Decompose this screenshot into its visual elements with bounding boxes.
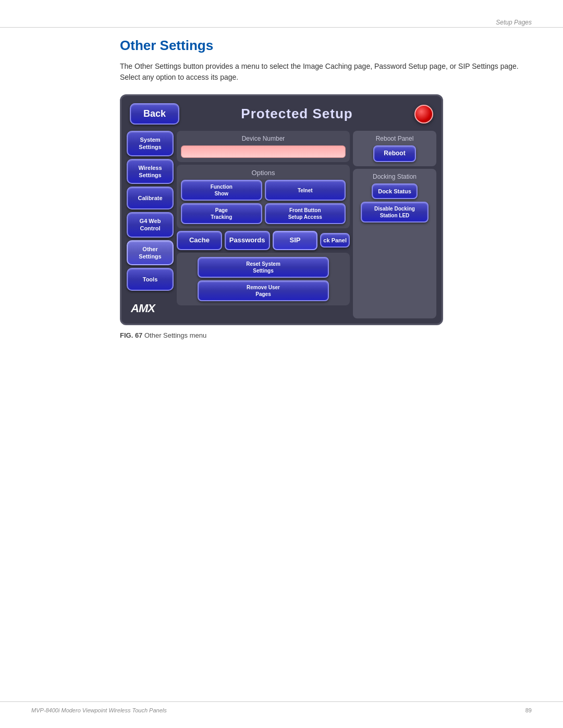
panel-center: Device Number Options FunctionShow Telne… (177, 131, 350, 318)
footer-left: MVP-8400i Modero Viewpoint Wireless Touc… (31, 707, 167, 713)
bottom-rule (0, 701, 563, 702)
options-section: Options FunctionShow Telnet PageTracking… (177, 165, 350, 228)
function-show-button[interactable]: FunctionShow (181, 180, 262, 201)
footer-right: 89 (525, 707, 532, 713)
panel-title: Protected Setup (179, 106, 414, 122)
dock-status-button[interactable]: Dock Status (372, 183, 418, 199)
device-number-section: Device Number (177, 131, 350, 162)
fig-number: FIG. 67 (120, 331, 142, 339)
reset-system-button[interactable]: Reset SystemSettings (198, 257, 329, 278)
panel-body: SystemSettings WirelessSettings Calibrat… (127, 131, 436, 318)
caption-text: Other Settings menu (144, 331, 206, 339)
passwords-button[interactable]: Passwords (225, 231, 270, 250)
disable-docking-button[interactable]: Disable DockingStation LED (361, 202, 429, 223)
nav-calibrate[interactable]: Calibrate (127, 187, 174, 209)
ck-panel-partial[interactable]: ck Panel (320, 233, 350, 248)
device-number-label: Device Number (181, 135, 346, 142)
ui-panel: Back Protected Setup SystemSettings Wire… (120, 94, 443, 325)
nav-g4-web-control[interactable]: G4 WebControl (127, 212, 174, 238)
sip-button[interactable]: SIP (273, 231, 318, 250)
front-button-setup[interactable]: Front ButtonSetup Access (265, 203, 346, 224)
telnet-button[interactable]: Telnet (265, 180, 346, 201)
nav-tools[interactable]: Tools (127, 268, 174, 291)
reset-remove-section: Reset SystemSettings Remove UserPages (177, 253, 350, 305)
amx-logo: AMX (131, 302, 155, 315)
content-area: Other Settings The Other Settings button… (120, 38, 532, 350)
options-grid: FunctionShow Telnet PageTracking Front B… (181, 180, 346, 224)
cache-pwd-sip-row: Cache Passwords SIP ck Panel (177, 231, 350, 250)
docking-station-label: Docking Station (357, 173, 432, 180)
nav-wireless-settings[interactable]: WirelessSettings (127, 159, 174, 184)
page-title: Other Settings (120, 38, 532, 54)
nav-system-settings[interactable]: SystemSettings (127, 131, 174, 156)
page-description: The Other Settings button provides a men… (120, 61, 532, 83)
reboot-panel-label: Reboot Panel (357, 135, 432, 142)
cache-button[interactable]: Cache (177, 231, 222, 250)
setup-pages-label: Setup Pages (496, 19, 532, 26)
top-rule (0, 27, 563, 28)
nav-other-settings[interactable]: OtherSettings (127, 240, 174, 266)
panel-header: Back Protected Setup (127, 101, 436, 127)
page-tracking-button[interactable]: PageTracking (181, 203, 262, 224)
amx-logo-area: AMX (127, 293, 174, 318)
panel-right: Reboot Panel Reboot Docking Station Dock… (353, 131, 436, 318)
docking-section: Docking Station Dock Status Disable Dock… (353, 169, 436, 319)
device-number-input[interactable] (181, 145, 346, 158)
reboot-section: Reboot Panel Reboot (353, 131, 436, 166)
remove-user-pages-button[interactable]: Remove UserPages (198, 280, 329, 301)
panel-nav: SystemSettings WirelessSettings Calibrat… (127, 131, 174, 318)
red-circle-button[interactable] (414, 105, 433, 124)
fig-caption: FIG. 67 Other Settings menu (120, 331, 532, 339)
options-label: Options (181, 169, 346, 177)
back-button[interactable]: Back (130, 103, 179, 125)
reboot-button[interactable]: Reboot (373, 145, 415, 162)
